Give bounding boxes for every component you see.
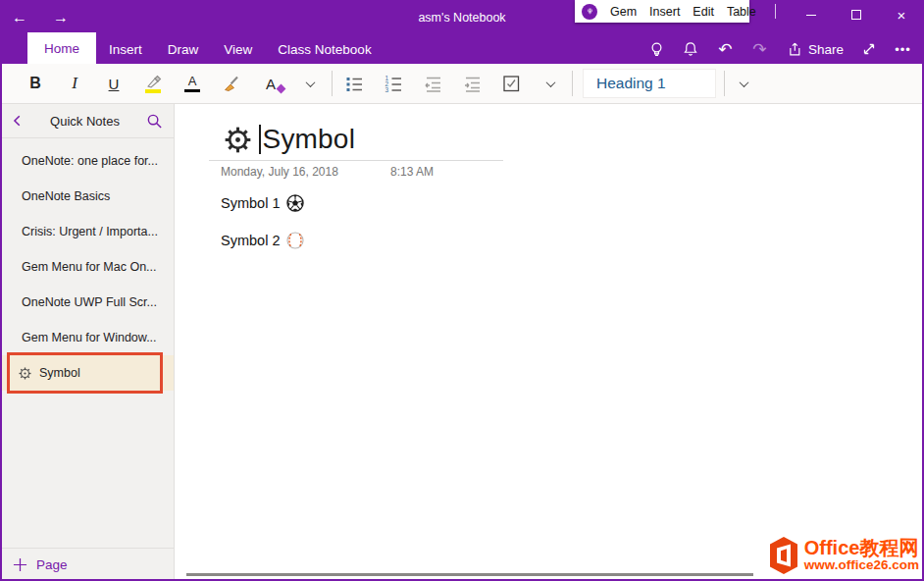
page-list-sidebar: Quick Notes OneNote: one place for... On… — [0, 104, 175, 581]
minimize-icon — [806, 15, 816, 16]
font-options-dropdown[interactable] — [290, 68, 330, 99]
onenote-window: asm's Notebook ← → × Gem Insert Edit Tab… — [0, 0, 924, 581]
baseball-icon — [286, 232, 304, 249]
maximize-icon — [851, 10, 861, 20]
outdent-button[interactable] — [413, 68, 452, 99]
toolbar-divider — [724, 71, 725, 96]
font-color-icon: A — [184, 75, 200, 92]
todo-tag-button[interactable] — [491, 68, 531, 99]
indent-button[interactable] — [452, 68, 491, 99]
gem-menu-item-table[interactable]: Table — [727, 5, 756, 19]
forward-arrow-icon[interactable]: → — [53, 9, 69, 26]
search-icon — [146, 113, 163, 130]
search-button[interactable] — [134, 113, 174, 130]
bold-button[interactable]: B — [16, 68, 55, 99]
office-logo-icon — [767, 536, 800, 575]
page-list-item-symbol-selected[interactable]: Symbol — [0, 355, 174, 391]
titlebar-separator — [775, 4, 776, 19]
page-date: Monday, July 16, 2018 — [221, 165, 338, 179]
redo-button[interactable]: ↷ — [743, 34, 777, 64]
toolbar-divider — [332, 71, 333, 96]
style-picker-value: Heading 1 — [596, 75, 666, 92]
formatting-toolbar: B I U A A — [0, 64, 924, 104]
sidebar-back-button[interactable] — [0, 114, 35, 128]
style-dropdown[interactable] — [727, 68, 760, 99]
clear-formatting-icon: A — [266, 76, 276, 92]
note-text: Symbol 2 — [221, 233, 280, 248]
minimize-button[interactable] — [789, 0, 834, 29]
chevron-down-icon — [545, 78, 555, 87]
sidebar-header: Quick Notes — [0, 104, 174, 138]
notifications-bell-button[interactable] — [674, 34, 708, 64]
text-caret — [259, 125, 261, 154]
tab-view[interactable]: View — [211, 34, 265, 64]
back-arrow-icon[interactable]: ← — [12, 9, 27, 26]
share-icon — [785, 40, 802, 58]
clear-formatting-button[interactable]: A — [251, 68, 290, 99]
more-options-button[interactable]: ••• — [886, 34, 920, 64]
bullet-list-button[interactable] — [334, 68, 374, 99]
svg-text:3: 3 — [385, 86, 389, 93]
title-divider — [209, 160, 503, 161]
page-list-item[interactable]: OneNote Basics — [0, 179, 174, 214]
caption-buttons: × — [789, 0, 924, 29]
gem-menu-item-edit[interactable]: Edit — [693, 5, 714, 19]
close-button[interactable]: × — [879, 0, 924, 29]
note-line[interactable]: Symbol 1 — [221, 194, 304, 212]
format-painter-button[interactable] — [212, 68, 251, 99]
numbered-list-button[interactable]: 1 2 3 — [374, 68, 413, 99]
maximize-button[interactable] — [834, 0, 879, 29]
add-page-button[interactable]: Page — [0, 548, 174, 581]
gem-addin-menu: Gem Insert Edit Table — [575, 0, 749, 23]
chevron-down-icon — [305, 78, 315, 87]
plus-icon — [13, 557, 27, 572]
style-picker[interactable]: Heading 1 — [583, 69, 716, 98]
share-label: Share — [808, 42, 844, 57]
chevron-left-icon — [11, 114, 25, 128]
window-title: asm's Notebook — [0, 0, 924, 34]
titlebar: asm's Notebook ← → × — [0, 0, 924, 34]
page-list-item[interactable]: Crisis: Urgent / Importa... — [0, 214, 174, 249]
gem-icon — [582, 4, 597, 20]
page-list-item[interactable]: OneNote: one place for... — [0, 143, 174, 179]
page-list: OneNote: one place for... OneNote Basics… — [0, 139, 174, 548]
format-painter-icon — [222, 74, 241, 93]
page-canvas[interactable]: Symbol Monday, July 16, 2018 8:13 AM Sym… — [176, 104, 924, 581]
underline-button[interactable]: U — [94, 68, 133, 99]
tab-class-notebook[interactable]: Class Notebook — [265, 34, 384, 64]
numbered-list-icon: 1 2 3 — [384, 74, 403, 93]
watermark: Office教程网 www.office26.com — [765, 535, 921, 576]
italic-button[interactable]: I — [55, 68, 94, 99]
add-page-label: Page — [36, 557, 68, 572]
window-border — [0, 34, 2, 581]
bullet-list-icon — [344, 74, 364, 93]
section-title: Quick Notes — [35, 114, 134, 129]
tab-insert[interactable]: Insert — [96, 34, 155, 64]
gem-menu-item-insert[interactable]: Insert — [649, 5, 680, 19]
tab-home[interactable]: Home — [27, 32, 96, 64]
tags-dropdown[interactable] — [531, 68, 570, 99]
ideas-lightbulb-button[interactable] — [640, 34, 674, 64]
gear-icon — [225, 127, 251, 153]
page-list-item[interactable]: OneNote UWP Full Scr... — [0, 285, 174, 320]
watermark-brand: Office教程网 — [804, 538, 919, 558]
font-color-button[interactable]: A — [173, 68, 212, 99]
tab-draw[interactable]: Draw — [155, 34, 212, 64]
gem-menu-item-gem[interactable]: Gem — [610, 5, 637, 19]
page-time: 8:13 AM — [390, 165, 434, 179]
ribbon-right-icons: ↶ ↷ Share ••• — [640, 34, 920, 64]
chevron-down-icon — [739, 78, 748, 87]
outdent-icon — [423, 74, 442, 93]
note-line[interactable]: Symbol 2 — [221, 232, 304, 249]
share-button[interactable]: Share — [777, 34, 851, 64]
page-list-item[interactable]: Gem Menu for Mac On... — [0, 249, 174, 285]
soccer-ball-icon — [286, 194, 304, 212]
page-list-item[interactable]: Gem Menu for Window... — [0, 320, 174, 355]
horizontal-scrollbar[interactable] — [186, 573, 753, 576]
undo-button[interactable]: ↶ — [708, 34, 743, 64]
watermark-url: www.office26.com — [804, 558, 919, 572]
highlighter-button[interactable] — [133, 68, 173, 99]
note-text: Symbol 1 — [221, 195, 280, 211]
fullscreen-resize-button[interactable] — [851, 34, 886, 64]
page-title[interactable]: Symbol — [263, 124, 356, 155]
